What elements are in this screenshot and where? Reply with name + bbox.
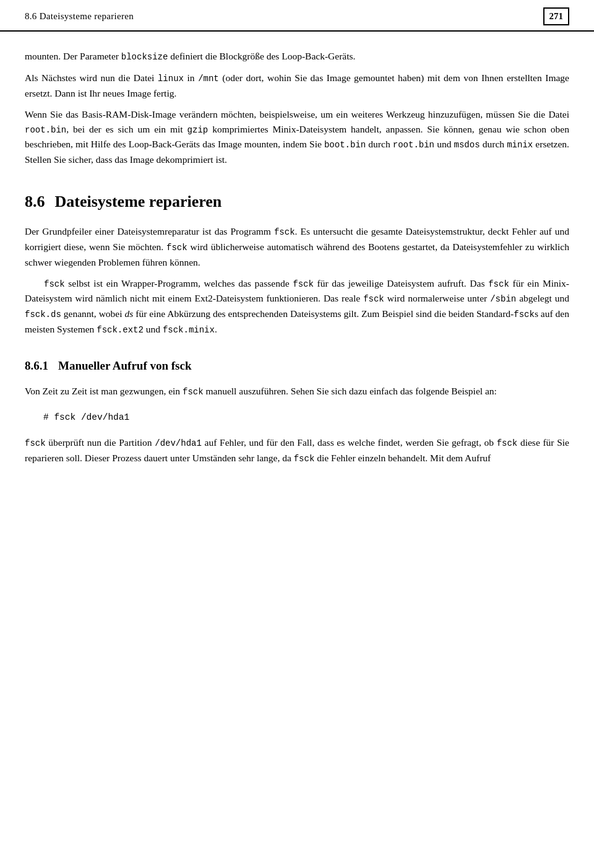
p1-text: mounten. Der Parameter	[25, 51, 121, 61]
page-content: mounten. Der Parameter blocksize definie…	[0, 32, 594, 497]
p3-start: Wenn Sie das Basis-RAM-Disk-Image veränd…	[25, 109, 569, 119]
p3-code: root.bin	[25, 125, 66, 135]
s86-p2-code6: fsck.ds	[25, 310, 61, 319]
p2-code2: /mnt	[198, 74, 219, 84]
code-block: # fsck /dev/hda1	[43, 410, 569, 424]
s861-p1-rest: manuell auszuführen. Sehen Sie sich dazu…	[204, 386, 497, 396]
s86-p2-code3: fsck	[488, 279, 509, 289]
s861-p1-start: Von Zeit zu Zeit ist man gezwungen, ein	[25, 386, 183, 396]
section-86-heading: 8.6Dateisysteme reparieren	[25, 189, 569, 214]
s86-p2-rest6: genannt, wobei	[61, 308, 125, 319]
s861-p2-rest2: auf Fehler, und für den Fall, dass es we…	[202, 437, 497, 448]
s86-p2-rest9: und	[144, 324, 163, 334]
s86-p2-rest7: für eine Abkürzung des entsprechenden Da…	[133, 308, 514, 319]
page-header: 8.6 Dateisysteme reparieren 271	[0, 0, 594, 32]
p3-code4: root.bin	[393, 140, 434, 150]
paragraph-3: Wenn Sie das Basis-RAM-Disk-Image veränd…	[25, 107, 569, 167]
s86-paragraph-2: fsck selbst ist ein Wrapper-Programm, we…	[25, 276, 569, 337]
s861-p2-code3: fsck	[497, 438, 518, 448]
p1-code: blocksize	[121, 52, 168, 62]
header-title: 8.6 Dateisysteme reparieren	[25, 9, 134, 24]
s86-p1-code: fsck	[274, 227, 295, 237]
p2-code1: linux	[158, 74, 184, 84]
s86-p2-code9: fsck.minix	[163, 325, 215, 335]
subsection-861-number: 8.6.1	[25, 359, 48, 372]
s861-p2-rest: überprüft nun die Partition	[46, 437, 155, 448]
section-86-number: 8.6	[25, 193, 45, 210]
p3-durch2: durch	[480, 139, 507, 149]
p3-code3: boot.bin	[324, 140, 366, 150]
p3-code5: msdos	[454, 140, 480, 150]
section-86-title: Dateisysteme reparieren	[55, 193, 222, 210]
s861-p2-rest4: die Fehler einzeln behandelt. Mit dem Au…	[314, 453, 491, 463]
subsection-861-title: Manueller Aufruf von fsck	[58, 359, 192, 372]
s86-p2-end: .	[215, 324, 217, 334]
subsection-861-heading: 8.6.1Manueller Aufruf von fsck	[25, 357, 569, 375]
code-block-text: # fsck /dev/hda1	[43, 412, 129, 422]
s86-p1-start: Der Grundpfeiler einer Dateisystemrepara…	[25, 226, 274, 237]
s86-p2-code8: fsck.ext2	[97, 325, 144, 335]
s86-p2-code: fsck	[44, 279, 65, 289]
s86-p2-rest: selbst ist ein Wrapper-Programm, welches…	[65, 278, 293, 289]
p2-mid1: in	[184, 72, 198, 83]
p3-und: und	[434, 139, 454, 149]
s861-p1-code: fsck	[183, 387, 204, 397]
page: 8.6 Dateisysteme reparieren 271 mounten.…	[0, 0, 594, 868]
paragraph-1: mounten. Der Parameter blocksize definie…	[25, 49, 569, 64]
p2-start: Als Nächstes wird nun die Datei	[25, 72, 158, 83]
s86-p2-rest2: für das jeweilige Dateisystem aufruft. D…	[314, 278, 488, 289]
s86-p2-code4: fsck	[363, 294, 384, 304]
s861-paragraph-1: Von Zeit zu Zeit ist man gezwungen, ein …	[25, 384, 569, 399]
p3-durch: durch	[366, 139, 393, 149]
s86-p2-italic: ds	[125, 308, 134, 319]
s86-paragraph-1: Der Grundpfeiler einer Dateisystemrepara…	[25, 224, 569, 269]
s861-p2-code: fsck	[25, 438, 46, 448]
s86-p2-rest4: wird normalerweise unter	[384, 293, 490, 303]
s861-p2-code2: /dev/hda1	[155, 438, 202, 448]
s861-paragraph-2: fsck überprüft nun die Partition /dev/hd…	[25, 435, 569, 466]
s86-p1-code2: fsck	[166, 243, 187, 253]
s86-p2-code2: fsck	[293, 279, 314, 289]
s861-p2-code4: fsck	[294, 454, 315, 464]
p3-code2: gzip	[187, 125, 209, 135]
paragraph-2: Als Nächstes wird nun die Datei linux in…	[25, 71, 569, 101]
p3-mid: , bei der es sich um ein mit	[66, 124, 187, 134]
page-number: 271	[543, 7, 570, 25]
s86-p2-code5: /sbin	[490, 294, 516, 304]
s86-p2-rest5: abgelegt und	[516, 293, 569, 303]
p1-rest: definiert die Blockgröße des Loop-Back-G…	[168, 51, 355, 61]
p3-code6: minix	[507, 140, 533, 150]
s86-p2-code7: fsck	[514, 310, 535, 319]
